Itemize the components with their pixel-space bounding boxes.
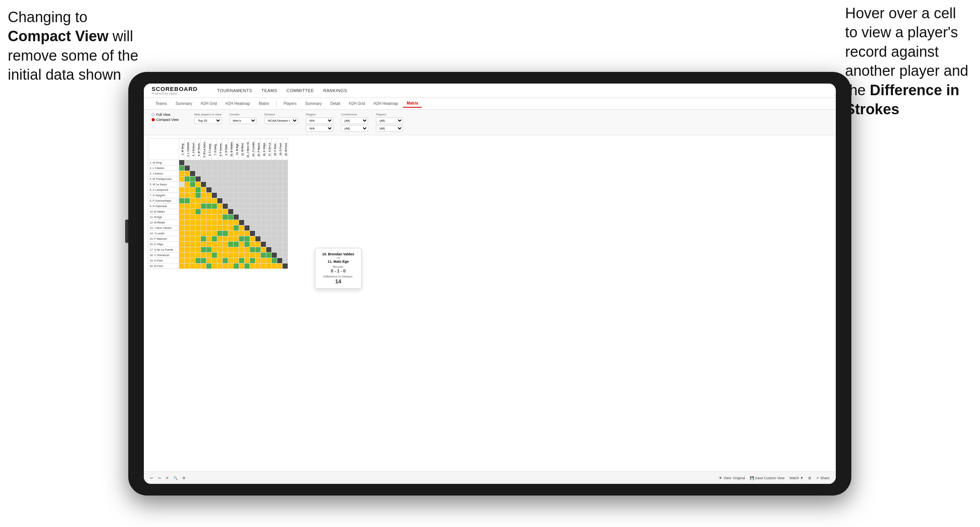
matrix-cell[interactable] (217, 209, 223, 215)
matrix-cell[interactable] (223, 187, 228, 193)
matrix-cell[interactable] (196, 171, 201, 176)
matrix-cell[interactable] (223, 166, 228, 171)
matrix-cell[interactable] (228, 166, 234, 171)
matrix-cell[interactable] (261, 242, 266, 247)
matrix-cell[interactable] (283, 220, 288, 225)
matrix-cell[interactable] (272, 215, 277, 220)
matrix-cell[interactable] (228, 253, 234, 258)
matrix-cell[interactable] (261, 204, 266, 209)
matrix-cell[interactable] (283, 247, 288, 253)
matrix-cell[interactable] (239, 253, 245, 258)
matrix-cell[interactable] (179, 247, 185, 253)
matrix-cell[interactable] (261, 264, 266, 269)
matrix-cell[interactable] (261, 193, 266, 198)
matrix-cell[interactable] (283, 215, 288, 220)
matrix-cell[interactable] (228, 231, 234, 236)
matrix-cell[interactable] (277, 220, 283, 225)
matrix-cell[interactable] (217, 231, 223, 236)
matrix-cell[interactable] (261, 236, 266, 242)
matrix-cell[interactable] (255, 242, 261, 247)
matrix-cell[interactable] (196, 204, 201, 209)
nav-tournaments[interactable]: TOURNAMENTS (217, 87, 252, 94)
matrix-cell[interactable] (201, 253, 206, 258)
matrix-cell[interactable] (217, 204, 223, 209)
matrix-cell[interactable] (283, 264, 288, 269)
matrix-cell[interactable] (185, 171, 190, 176)
players-select2[interactable]: (All) (376, 125, 403, 132)
matrix-cell[interactable] (239, 193, 245, 198)
matrix-cell[interactable] (272, 220, 277, 225)
matrix-cell[interactable] (255, 264, 261, 269)
tab-h2h-grid[interactable]: H2H Grid (197, 100, 221, 107)
matrix-cell[interactable] (223, 160, 228, 166)
matrix-cell[interactable] (250, 264, 255, 269)
matrix-cell[interactable] (255, 247, 261, 253)
matrix-cell[interactable] (283, 225, 288, 231)
nav-committee[interactable]: COMMITTEE (286, 87, 314, 94)
matrix-container[interactable]: 1. W Ding 2. L Clanton 3. J Koivun 4. M … (144, 135, 836, 484)
matrix-cell[interactable] (250, 171, 255, 176)
matrix-cell[interactable] (196, 258, 201, 264)
matrix-cell[interactable] (206, 182, 212, 187)
undo-btn[interactable]: ↩ (150, 476, 153, 480)
matrix-cell[interactable] (212, 198, 217, 204)
matrix-cell[interactable] (277, 198, 283, 204)
matrix-cell[interactable] (277, 231, 283, 236)
matrix-cell[interactable] (223, 193, 228, 198)
matrix-cell[interactable] (234, 160, 239, 166)
matrix-cell[interactable] (228, 220, 234, 225)
matrix-cell[interactable] (212, 236, 217, 242)
matrix-cell[interactable] (223, 176, 228, 182)
matrix-cell[interactable] (190, 215, 196, 220)
share-btn[interactable]: ↗ Share (816, 476, 830, 480)
tab-matrix-active[interactable]: Matrix (403, 99, 422, 108)
matrix-cell[interactable] (261, 176, 266, 182)
matrix-cell[interactable] (283, 231, 288, 236)
matrix-cell[interactable] (190, 242, 196, 247)
matrix-cell[interactable] (217, 247, 223, 253)
matrix-cell[interactable] (266, 247, 272, 253)
matrix-cell[interactable] (239, 242, 245, 247)
matrix-cell[interactable] (179, 215, 185, 220)
division-select[interactable]: NCAA Division I (264, 117, 298, 124)
matrix-cell[interactable] (179, 225, 185, 231)
matrix-cell[interactable] (196, 215, 201, 220)
matrix-cell[interactable] (239, 220, 245, 225)
matrix-cell[interactable] (234, 171, 239, 176)
compact-view-radio[interactable] (152, 118, 155, 121)
matrix-cell[interactable] (212, 242, 217, 247)
matrix-cell[interactable] (245, 247, 250, 253)
matrix-cell[interactable] (245, 220, 250, 225)
matrix-cell[interactable] (245, 171, 250, 176)
matrix-cell[interactable] (272, 171, 277, 176)
matrix-cell[interactable] (217, 215, 223, 220)
matrix-cell[interactable] (179, 198, 185, 204)
matrix-cell[interactable] (206, 236, 212, 242)
save-custom-btn[interactable]: 💾 Save Custom View (750, 476, 785, 480)
matrix-cell[interactable] (266, 193, 272, 198)
matrix-cell[interactable] (206, 160, 212, 166)
matrix-cell[interactable] (250, 247, 255, 253)
matrix-cell[interactable] (266, 242, 272, 247)
matrix-cell[interactable] (250, 198, 255, 204)
matrix-cell[interactable] (245, 166, 250, 171)
matrix-cell[interactable] (212, 204, 217, 209)
matrix-cell[interactable] (277, 264, 283, 269)
matrix-cell[interactable] (201, 225, 206, 231)
matrix-cell[interactable] (239, 236, 245, 242)
matrix-cell[interactable] (212, 182, 217, 187)
matrix-cell[interactable] (190, 209, 196, 215)
matrix-cell[interactable] (266, 264, 272, 269)
matrix-cell[interactable] (190, 187, 196, 193)
matrix-cell[interactable] (223, 247, 228, 253)
matrix-cell[interactable] (196, 187, 201, 193)
matrix-cell[interactable] (255, 198, 261, 204)
matrix-cell[interactable] (217, 166, 223, 171)
matrix-cell[interactable] (212, 209, 217, 215)
matrix-cell[interactable] (201, 209, 206, 215)
matrix-cell[interactable] (196, 264, 201, 269)
matrix-cell[interactable] (272, 182, 277, 187)
matrix-cell[interactable] (228, 215, 234, 220)
matrix-cell[interactable] (239, 182, 245, 187)
matrix-cell[interactable] (283, 253, 288, 258)
